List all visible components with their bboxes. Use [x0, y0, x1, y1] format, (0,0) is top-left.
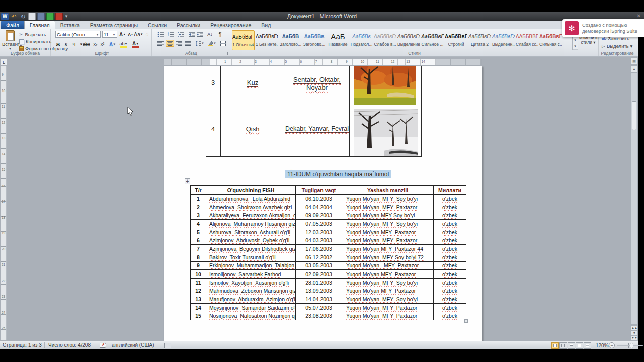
- proofing-errors-icon[interactable]: [100, 343, 106, 348]
- select-button[interactable]: ▻ Выделить ▾: [602, 43, 632, 49]
- style-card[interactable]: АаБбВвГгВыделенн...: [492, 30, 515, 50]
- style-card[interactable]: АаБбВвГгСильная с...: [539, 30, 562, 50]
- font-size-combo[interactable]: 11 ▼: [102, 31, 117, 38]
- font-name-combo[interactable]: Calibri (Осно ▼: [55, 31, 101, 38]
- style-card[interactable]: АаБбВвГг,Строгий: [445, 30, 467, 50]
- reading-view-icon[interactable]: [559, 342, 567, 349]
- language-indicator[interactable]: английский (США): [112, 342, 154, 348]
- style-card[interactable]: АаБбВвГгСлабое в...: [374, 30, 396, 50]
- students-header-cell: O'quvchining FISH: [206, 186, 295, 194]
- show-marks-button[interactable]: ¶: [216, 31, 224, 38]
- tab-рассылки[interactable]: Рассылки: [172, 21, 205, 29]
- borders-button[interactable]: [219, 40, 227, 47]
- tab-ссылки[interactable]: Ссылки: [143, 21, 172, 29]
- line-spacing-button[interactable]: ▼: [196, 40, 204, 47]
- strikethrough-button[interactable]: abc: [83, 41, 90, 48]
- zoom-level[interactable]: 120%: [596, 343, 609, 348]
- scrollbar-thumb[interactable]: [632, 101, 636, 130]
- zoom-out-icon[interactable]: −: [609, 342, 615, 348]
- font-dialog-launcher[interactable]: [147, 52, 150, 55]
- tab-вид[interactable]: Вид: [256, 21, 276, 29]
- students-row: 10Ismoiljonov Sarvarbek Farhod02.09.2003…: [191, 269, 466, 278]
- autumn-image[interactable]: [354, 66, 416, 105]
- table-move-handle-icon[interactable]: [185, 178, 190, 184]
- styles-dialog-launcher[interactable]: [594, 52, 597, 55]
- paste-dropdown-icon[interactable]: ▼: [2, 47, 18, 50]
- print-layout-view-icon[interactable]: [551, 342, 559, 349]
- web-layout-view-icon[interactable]: [568, 342, 575, 349]
- style-card[interactable]: АаБбВвГг,1 Без инте...: [256, 30, 278, 50]
- previous-page-icon[interactable]: ▲▲: [631, 325, 637, 330]
- word-count[interactable]: Число слов: 4/208: [48, 342, 91, 348]
- scroll-up-icon[interactable]: ▲: [631, 66, 637, 72]
- clipboard-dialog-launcher[interactable]: [46, 52, 49, 55]
- language-bar-icon[interactable]: [164, 343, 171, 348]
- style-card[interactable]: АаБбВвГгВыделение: [397, 30, 420, 50]
- tab-разметка-страницы[interactable]: Разметка страницы: [85, 21, 143, 29]
- subscript-button[interactable]: x₂: [92, 41, 99, 48]
- justify-button[interactable]: [184, 40, 192, 47]
- font-color-button[interactable]: А▼: [132, 41, 139, 48]
- style-card[interactable]: АаБбВвПодзагол...: [350, 30, 373, 50]
- table-resize-handle-icon[interactable]: [464, 319, 468, 323]
- tab-вставка[interactable]: Вставка: [55, 21, 85, 29]
- style-card[interactable]: АаБНазвание: [327, 30, 349, 50]
- cut-button[interactable]: ✂ Вырезать: [19, 31, 46, 38]
- vertical-scrollbar[interactable]: ▤ ▲ ▲▲ ● ▼▼: [631, 58, 637, 340]
- scrollbar-track[interactable]: [631, 73, 637, 324]
- highlight-button[interactable]: ab▼: [120, 41, 127, 48]
- tab-stop-selector[interactable]: L: [1, 59, 7, 65]
- ruler-number: 6: [300, 60, 302, 63]
- bold-button[interactable]: Ж: [54, 41, 62, 48]
- paste-button[interactable]: Вставить ▼: [2, 30, 18, 52]
- bullets-button[interactable]: [156, 31, 165, 38]
- tab-рецензирование[interactable]: Рецензирование: [205, 21, 256, 29]
- numbering-button[interactable]: 12: [167, 31, 175, 38]
- style-card[interactable]: АаБбВвГг,1 Обычный: [232, 30, 255, 50]
- align-left-button[interactable]: [156, 40, 165, 47]
- close-icon[interactable]: ✕: [637, 13, 641, 19]
- page-indicator[interactable]: Страница: 1 из 3: [3, 342, 42, 348]
- style-card[interactable]: АаБбВвГгЦитата 2: [468, 30, 491, 50]
- paragraph-dialog-launcher[interactable]: [224, 52, 228, 55]
- tab-файл[interactable]: Файл: [1, 21, 24, 29]
- style-card[interactable]: ААББВВГГСлабая сс...: [516, 30, 538, 50]
- document-page[interactable]: 3 Kuz Sentabr, Oktabr, Noyabr: [164, 66, 482, 341]
- next-page-icon[interactable]: ▼▼: [631, 335, 637, 340]
- ruler-toggle-icon[interactable]: ▤: [631, 58, 637, 64]
- style-card[interactable]: АаБбВвЗаголово...: [303, 30, 326, 50]
- align-center-button[interactable]: [166, 40, 174, 47]
- outline-view-icon[interactable]: [576, 342, 583, 349]
- shrink-font-button[interactable]: А▼: [127, 31, 134, 38]
- style-preview: АаБбВвГг: [397, 32, 420, 42]
- underline-button[interactable]: Ч: [70, 41, 78, 48]
- italic-button[interactable]: К: [62, 41, 70, 48]
- select-browse-object-icon[interactable]: ●: [631, 330, 637, 335]
- multilevel-list-button[interactable]: [177, 31, 185, 38]
- tab-главная[interactable]: Главная: [24, 21, 55, 29]
- decrease-indent-button[interactable]: [188, 31, 196, 38]
- increase-indent-button[interactable]: [196, 31, 204, 38]
- styles-scroll-down-icon[interactable]: ▼: [573, 37, 578, 44]
- grow-font-button[interactable]: А▲: [119, 31, 126, 38]
- superscript-button[interactable]: x²: [99, 41, 106, 48]
- shading-button[interactable]: ▼: [208, 40, 216, 47]
- ispring-notification[interactable]: ✻ Создано с помощью демоверсии iSpring S…: [562, 19, 644, 37]
- sort-button[interactable]: А↓: [206, 31, 214, 38]
- copy-button[interactable]: Копировать: [19, 38, 51, 45]
- students-cell: Marufjonov Abduraxim Azimjon o'g'li: [206, 295, 295, 303]
- zoom-slider-thumb[interactable]: [630, 343, 633, 348]
- align-right-button[interactable]: [175, 40, 183, 47]
- change-case-button[interactable]: Аа▼: [135, 31, 142, 38]
- style-card[interactable]: АаБбВвГгСильное ...: [421, 30, 444, 50]
- winter-image[interactable]: [354, 109, 418, 156]
- draft-view-icon[interactable]: [584, 342, 591, 349]
- students-cell: o'zbek: [433, 312, 466, 320]
- styles-more-icon[interactable]: ▼: [573, 43, 578, 50]
- ruler-number: 5: [285, 60, 287, 63]
- text-effects-button[interactable]: А▼: [109, 41, 116, 48]
- style-label: Заголово...: [279, 42, 302, 47]
- clear-formatting-button[interactable]: ◌: [143, 31, 151, 38]
- style-card[interactable]: АаБбВЗаголово...: [279, 30, 302, 50]
- selected-doc-title[interactable]: 11-IDUM o'quvchilari haqida ma`lumot: [285, 170, 391, 178]
